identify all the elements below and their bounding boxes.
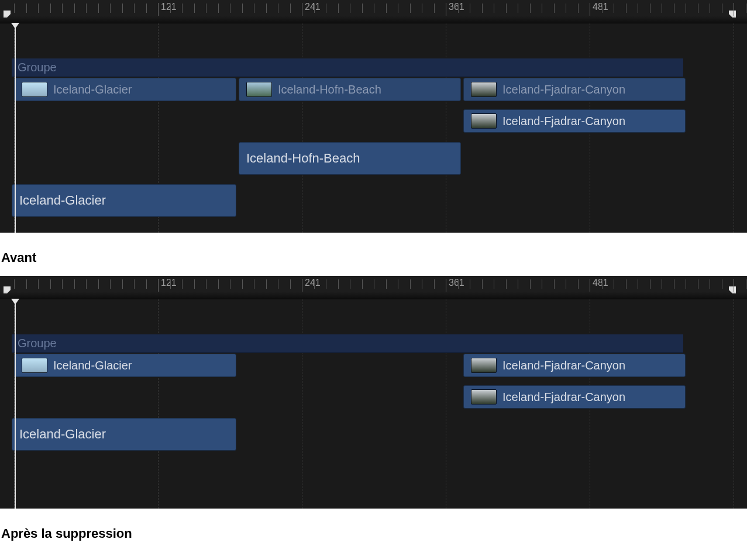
tracks-area: Groupe Iceland-GlacierIceland-Hofn-Beach… [0,23,747,233]
clip-thumbnail [22,358,47,373]
ruler-tick [326,4,326,13]
ruler-tick [74,4,75,13]
clip[interactable]: Iceland-Glacier [14,78,236,101]
ruler-tick [746,4,746,13]
clip[interactable]: Iceland-Fjadrar-Canyon [463,78,686,101]
ruler-tick [458,279,459,289]
ruler-tick [14,4,15,13]
ruler-tick [446,3,446,16]
clip[interactable]: Iceland-Hofn-Beach [239,142,461,175]
svg-marker-0 [4,11,11,18]
ruler-tick [410,279,411,289]
clip[interactable]: Iceland-Glacier [12,418,236,451]
out-marker-icon[interactable] [727,11,736,19]
clip[interactable]: Iceland-Hofn-Beach [239,78,461,101]
ruler-tick [146,279,147,289]
ruler-tick [686,279,686,289]
ruler-tick [170,4,171,13]
ruler-label: 121 [161,2,177,12]
ruler-tick [710,279,710,289]
ruler-tick [98,279,99,289]
ruler-tick [110,279,111,289]
ruler-tick [14,279,15,289]
clip-label: Iceland-Fjadrar-Canyon [502,359,625,372]
ruler-tick [314,279,315,289]
ruler-tick [146,4,147,13]
ruler[interactable]: 121241361481 [0,276,747,299]
ruler-tick [74,279,75,289]
ruler-tick [446,279,446,292]
ruler-tick [134,279,135,289]
ruler-tick [278,4,278,13]
ruler-label: 361 [449,2,464,12]
tracks-area: Groupe Iceland-GlacierIceland-Fjadrar-Ca… [0,299,747,509]
caption-before: Avant [0,233,747,276]
ruler-tick [362,279,363,289]
ruler-tick [710,4,710,13]
ruler-tick [122,4,123,13]
ruler-tick [206,4,206,13]
ruler-tick [218,279,219,289]
ruler-tick [158,279,159,292]
svg-marker-2 [4,286,11,293]
clip-thumbnail [471,358,497,373]
clip[interactable]: Iceland-Glacier [12,184,236,217]
ruler-tick [662,279,662,289]
ruler-label: 361 [449,278,464,288]
ruler-tick [722,279,722,289]
ruler-tick [134,4,135,13]
ruler-tick [338,4,339,13]
ruler-tick [266,279,267,289]
clip[interactable]: Iceland-Glacier [14,354,236,377]
ruler-tick [482,4,483,13]
ruler-tick [62,279,63,289]
ruler-tick [326,279,326,289]
clip[interactable]: Iceland-Fjadrar-Canyon [463,109,686,133]
ruler-tick [338,279,339,289]
ruler-tick [302,3,302,16]
ruler-tick [734,3,734,16]
ruler-tick [650,279,650,289]
ruler-tick [602,4,603,13]
ruler-tick [218,4,219,13]
out-marker-icon[interactable] [727,286,736,295]
ruler-tick [650,4,650,13]
ruler-tick [638,4,638,13]
ruler-tick [674,4,674,13]
ruler-tick [410,4,411,13]
ruler-tick [302,279,302,292]
clip[interactable]: Iceland-Fjadrar-Canyon [463,385,686,409]
ruler-tick [434,4,435,13]
ruler-tick [182,4,183,13]
group-header[interactable]: Groupe [12,58,683,77]
track-row: Iceland-Fjadrar-Canyon [0,385,747,409]
ruler-label: 481 [593,278,608,288]
ruler-tick [722,4,722,13]
ruler-tick [662,4,662,13]
clip-thumbnail [471,389,497,405]
ruler-label: 481 [593,2,608,12]
ruler-tick [266,4,267,13]
ruler-tick [290,279,291,289]
group-header[interactable]: Groupe [12,334,683,353]
ruler-tick [530,4,531,13]
clip-thumbnail [22,82,47,97]
ruler-tick [554,4,555,13]
clip-label: Iceland-Glacier [19,193,106,208]
clip-label: Iceland-Fjadrar-Canyon [502,115,625,128]
in-marker-icon[interactable] [4,286,13,297]
ruler-tick [170,279,171,289]
ruler-tick [614,279,614,289]
track-row: Iceland-GlacierIceland-Hofn-BeachIceland… [0,77,747,102]
clip[interactable]: Iceland-Fjadrar-Canyon [463,354,686,377]
in-marker-icon[interactable] [4,11,13,21]
track-row: Iceland-Glacier [0,184,747,217]
ruler-tick [638,279,638,289]
clip-thumbnail [471,113,497,129]
ruler-tick [518,4,518,13]
ruler-tick [350,4,350,13]
clip-label: Iceland-Hofn-Beach [278,83,381,96]
ruler-tick [98,4,99,13]
ruler-tick [626,4,626,13]
ruler[interactable]: 121241361481 [0,0,747,23]
